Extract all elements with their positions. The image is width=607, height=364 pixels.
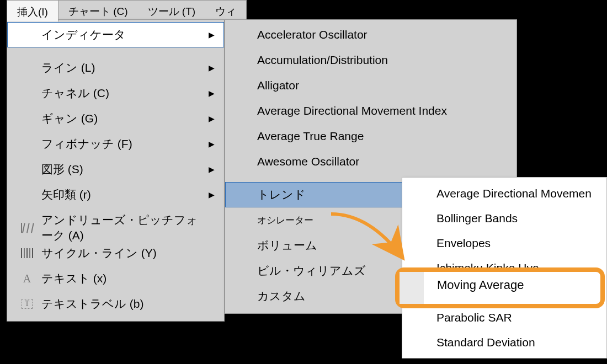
trend-ichimoku[interactable]: Ichimoku Kinko Hyo <box>402 255 606 280</box>
submenu-arrow-icon: ▶ <box>209 165 224 174</box>
menubar-insert-label: 挿入(I) <box>17 5 48 19</box>
trend-bollinger[interactable]: Bollinger Bands <box>402 206 606 231</box>
indicator-accdist-label: Accumulation/Distribution <box>257 53 517 67</box>
menu-shapes-label: 図形 (S) <box>39 162 209 177</box>
trend-envelopes[interactable]: Envelopes <box>402 231 606 255</box>
trend-adx-label: Average Directional Movemen <box>436 187 606 200</box>
indicator-awesome-label: Awesome Oscillator <box>257 155 517 168</box>
submenu-arrow-icon: ▶ <box>209 114 224 123</box>
menubar-tools[interactable]: ツール (T) <box>138 1 206 20</box>
menubar-chart-label: チャート (C) <box>68 4 128 19</box>
text-icon: A <box>15 272 39 285</box>
submenu-arrow-icon: ▶ <box>209 63 224 72</box>
trend-submenu: Average Directional Movemen Bollinger Ba… <box>402 177 607 358</box>
indicator-awesome[interactable]: Awesome Oscillator <box>225 149 517 174</box>
submenu-arrow-icon: ▶ <box>209 30 224 39</box>
menu-indicators-label: インディケータ <box>39 27 209 42</box>
menu-pitchfork[interactable]: アンドリューズ・ピッチフォーク (A) <box>7 215 224 240</box>
menubar-chart[interactable]: チャート (C) <box>58 1 138 20</box>
trend-envelopes-label: Envelopes <box>436 237 606 250</box>
menu-text-label: テキスト (x) <box>39 271 209 286</box>
menu-gann[interactable]: ギャン (G) ▶ <box>7 106 224 131</box>
indicator-atr[interactable]: Average True Range <box>225 124 517 149</box>
indicator-accdist[interactable]: Accumulation/Distribution <box>225 47 517 73</box>
trend-ichimoku-label: Ichimoku Kinko Hyo <box>436 261 606 275</box>
trend-parabolic-label: Parabolic SAR <box>436 311 606 324</box>
submenu-arrow-icon: ▶ <box>209 190 224 199</box>
indicator-adx-label: Average Directional Movement Index <box>257 104 517 117</box>
submenu-arrow-icon: ▶ <box>209 140 224 148</box>
menu-shapes[interactable]: 図形 (S) ▶ <box>7 157 224 182</box>
menu-channel[interactable]: チャネル (C) ▶ <box>7 81 224 106</box>
submenu-arrow-icon: ▶ <box>209 89 224 98</box>
trend-adx[interactable]: Average Directional Movemen <box>402 181 606 206</box>
menu-channel-label: チャネル (C) <box>39 85 209 101</box>
indicator-adx[interactable]: Average Directional Movement Index <box>225 98 517 124</box>
menu-arrows-label: 矢印類 (r) <box>39 187 209 202</box>
menubar-tools-label: ツール (T) <box>148 4 196 19</box>
menu-line[interactable]: ライン (L) ▶ <box>7 55 224 81</box>
menu-arrows[interactable]: 矢印類 (r) ▶ <box>7 182 224 207</box>
indicator-alligator[interactable]: Alligator <box>225 73 517 98</box>
menu-textlabel-label: テキストラベル (b) <box>39 296 209 312</box>
indicator-accelerator[interactable]: Accelerator Oscillator <box>225 22 517 47</box>
menubar-insert[interactable]: 挿入(I) <box>7 1 58 22</box>
menu-fibonacci[interactable]: フィボナッチ (F) ▶ <box>7 131 224 157</box>
trend-bollinger-label: Bollinger Bands <box>436 212 606 225</box>
pitchfork-icon <box>15 223 39 233</box>
trend-stddev[interactable]: Standard Deviation <box>402 330 606 355</box>
insert-menu: インディケータ ▶ ライン (L) ▶ チャネル (C) ▶ ギャン (G) ▶… <box>7 19 225 322</box>
cycle-lines-icon <box>15 248 39 258</box>
indicator-accelerator-label: Accelerator Oscillator <box>257 28 517 41</box>
trend-parabolic[interactable]: Parabolic SAR <box>402 305 606 330</box>
menu-fibonacci-label: フィボナッチ (F) <box>39 136 209 152</box>
menu-gann-label: ギャン (G) <box>39 111 209 126</box>
text-label-icon: T <box>15 299 39 309</box>
menu-cycle-label: サイクル・ライン (Y) <box>39 245 209 261</box>
menu-textlabel[interactable]: T テキストラベル (b) <box>7 291 224 317</box>
callout-highlight-text: Moving Average <box>437 278 524 292</box>
trend-stddev-label: Standard Deviation <box>436 336 606 349</box>
indicator-atr-label: Average True Range <box>257 130 517 143</box>
menubar-window-label: ウィ <box>215 4 236 19</box>
menu-cycle[interactable]: サイクル・ライン (Y) <box>7 240 224 266</box>
menubar: 挿入(I) チャート (C) ツール (T) ウィ <box>7 0 247 20</box>
menubar-window[interactable]: ウィ <box>205 1 246 20</box>
menu-indicators[interactable]: インディケータ ▶ <box>7 22 224 47</box>
menu-line-label: ライン (L) <box>39 60 209 76</box>
indicator-alligator-label: Alligator <box>257 79 517 92</box>
menu-pitchfork-label: アンドリューズ・ピッチフォーク (A) <box>39 212 209 243</box>
menu-text[interactable]: A テキスト (x) <box>7 266 224 291</box>
